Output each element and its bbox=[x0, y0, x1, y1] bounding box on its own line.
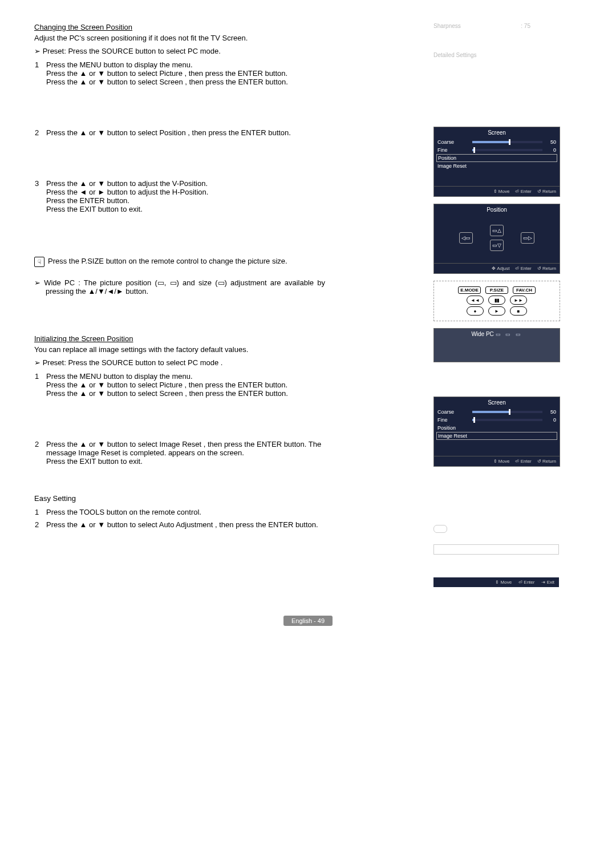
osd-title: Screen bbox=[434, 127, 560, 138]
hint-psize-text: Press the P.SIZE button on the remote co… bbox=[48, 257, 287, 265]
osd-item-fine[interactable]: Fine 0 bbox=[434, 146, 560, 154]
osd-item-fine[interactable]: Fine 0 bbox=[434, 416, 560, 424]
foot-enter: ⏎ Enter bbox=[515, 266, 531, 271]
btn-psize[interactable]: P.SIZE bbox=[485, 286, 508, 294]
slider-fine[interactable] bbox=[472, 419, 542, 421]
preset-note: Preset: Press the SOURCE button to selec… bbox=[34, 47, 325, 55]
remote-diagram: E.MODE P.SIZE FAV.CH ◄◄ ▮▮ ►► ● ► ■ bbox=[433, 281, 560, 321]
page-number-badge: English - 49 bbox=[283, 616, 333, 626]
left-column: Changing the Screen Position Adjust the … bbox=[34, 23, 331, 587]
right-column: Sharpness : 75 Detailed Settings Screen … bbox=[422, 23, 582, 587]
faded-settings: Sharpness : 75 Detailed Settings bbox=[433, 23, 582, 58]
step-text: Press the MENU button to display the men… bbox=[46, 60, 325, 90]
heading-init-pos: Initializing the Screen Position bbox=[34, 334, 325, 343]
osd-position-adjust: Position ◁▭ ▭△ ▭▽ ▭▷ ✥ Adjust ⏎ Enter ↺ … bbox=[433, 204, 560, 274]
tools-menu-mock bbox=[433, 525, 559, 555]
tools-selected-line[interactable] bbox=[433, 544, 559, 555]
step-text: Press the ▲ or ▼ button to select Auto A… bbox=[46, 520, 325, 532]
step-num: 2 bbox=[34, 128, 46, 140]
btn-rew[interactable]: ◄◄ bbox=[467, 296, 484, 305]
foot-adjust: ✥ Adjust bbox=[492, 266, 509, 271]
step-text: Press the ▲ or ▼ button to adjust the V-… bbox=[46, 179, 325, 217]
step-num: 1 bbox=[34, 507, 46, 520]
detailed-settings: Detailed Settings bbox=[433, 52, 582, 58]
foot-move: ⇕ Move bbox=[493, 459, 510, 464]
osd-item-coarse[interactable]: Coarse 50 bbox=[434, 138, 560, 146]
foot-exit: ⇥ Exit bbox=[541, 580, 554, 585]
step-num: 2 bbox=[34, 439, 46, 469]
hint-widepc: Wide PC : The picture position (▭, ▭) an… bbox=[34, 278, 325, 296]
arrow-left-icon[interactable]: ◁▭ bbox=[459, 232, 473, 244]
hint-psize-row: ☟ Press the P.SIZE button on the remote … bbox=[34, 257, 325, 267]
btn-emode[interactable]: E.MODE bbox=[458, 286, 481, 294]
step-num: 3 bbox=[34, 179, 46, 217]
sharpness-value: : 75 bbox=[521, 23, 530, 29]
heading-easy: Easy Setting bbox=[34, 494, 325, 503]
step-num: 1 bbox=[34, 60, 46, 90]
slider-coarse[interactable] bbox=[472, 141, 542, 143]
foot-return: ↺ Return bbox=[537, 189, 556, 194]
arrow-right-icon[interactable]: ▭▷ bbox=[521, 232, 534, 244]
step-num: 1 bbox=[34, 371, 46, 401]
btn-favch[interactable]: FAV.CH bbox=[513, 286, 536, 294]
btn-rec[interactable]: ● bbox=[467, 306, 484, 316]
step-text: Press the ▲ or ▼ button to select Positi… bbox=[46, 128, 325, 140]
arrow-down-icon[interactable]: ▭▽ bbox=[490, 240, 504, 251]
foot-return: ↺ Return bbox=[537, 266, 556, 271]
btn-stop[interactable]: ■ bbox=[510, 306, 527, 316]
foot-enter: ⏎ Enter bbox=[515, 459, 531, 464]
btn-pause[interactable]: ▮▮ bbox=[488, 296, 505, 305]
steps-change-pos: 1 Press the MENU button to display the m… bbox=[34, 60, 325, 217]
widepc-label: Wide PC bbox=[471, 331, 493, 337]
osd-item-position[interactable]: Position bbox=[434, 424, 560, 432]
foot-move: ⇕ Move bbox=[495, 580, 512, 585]
step-text: Press the MENU button to display the men… bbox=[46, 371, 325, 401]
sharpness-label: Sharpness bbox=[433, 23, 461, 29]
btn-play[interactable]: ► bbox=[488, 306, 505, 316]
foot-enter: ⏎ Enter bbox=[515, 189, 531, 194]
desc-change-pos: Adjust the PC's screen positioning if it… bbox=[34, 34, 325, 42]
step-num: 2 bbox=[34, 520, 46, 532]
tools-footer: ⇕ Move ⏎ Enter ⇥ Exit bbox=[433, 577, 559, 587]
foot-move: ⇕ Move bbox=[493, 189, 510, 194]
heading-change-pos: Changing the Screen Position bbox=[34, 23, 325, 31]
osd-title: Position bbox=[434, 204, 560, 215]
slider-coarse[interactable] bbox=[472, 411, 542, 413]
osd-item-coarse[interactable]: Coarse 50 bbox=[434, 408, 560, 416]
osd-screen-imagereset: Screen Coarse 50 Fine 0 Position Image R… bbox=[433, 397, 560, 467]
slider-fine[interactable] bbox=[472, 149, 542, 151]
steps-init-pos: 1 Press the MENU button to display the m… bbox=[34, 371, 325, 469]
osd-screen-position: Screen Coarse 50 Fine 0 Position Image R… bbox=[433, 127, 560, 197]
foot-return: ↺ Return bbox=[537, 459, 556, 464]
steps-easy: 1 Press the TOOLS button on the remote c… bbox=[34, 507, 325, 532]
osd-item-position[interactable]: Position bbox=[436, 154, 557, 162]
step-text: Press the ▲ or ▼ button to select Image … bbox=[46, 439, 325, 469]
widepc-indicator: Wide PC ▭ ▭ ▭ bbox=[433, 328, 560, 362]
preset-note-init: Preset: Press the SOURCE button to selec… bbox=[34, 358, 325, 367]
remote-hint-icon: ☟ bbox=[34, 257, 44, 267]
widepc-icons: ▭ ▭ ▭ bbox=[496, 331, 522, 337]
desc-init-pos: You can replace all image settings with … bbox=[34, 345, 325, 354]
osd-title: Screen bbox=[434, 397, 560, 408]
step-text: Press the TOOLS button on the remote con… bbox=[46, 507, 325, 520]
foot-enter: ⏎ Enter bbox=[518, 580, 534, 585]
arrow-up-icon[interactable]: ▭△ bbox=[490, 225, 504, 236]
osd-item-image-reset[interactable]: Image Reset bbox=[436, 432, 557, 440]
btn-ff[interactable]: ►► bbox=[510, 296, 527, 305]
osd-item-image-reset[interactable]: Image Reset bbox=[434, 162, 560, 170]
tools-brand-icon bbox=[433, 525, 447, 533]
